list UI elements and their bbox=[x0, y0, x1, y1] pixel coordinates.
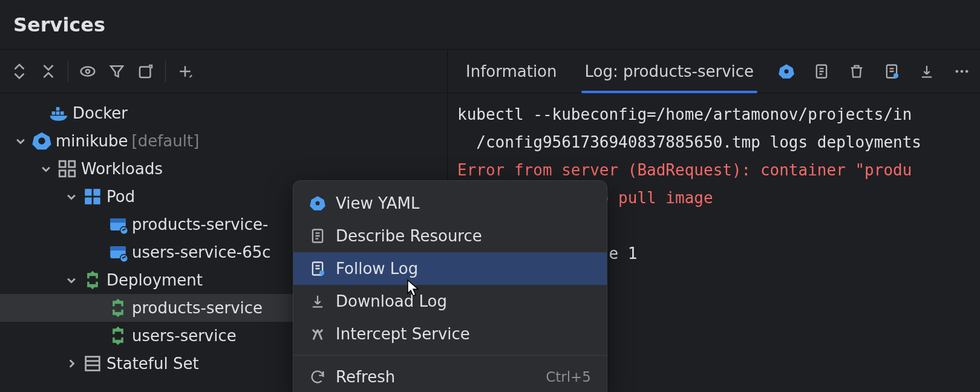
tree-label: Deployment bbox=[106, 271, 203, 289]
log-line: kubectl --kubeconfig=/home/artamonov/pro… bbox=[457, 105, 912, 123]
log-line: /config9561736940837885650.tmp logs depl… bbox=[457, 133, 921, 151]
ctx-label: Intercept Service bbox=[336, 325, 470, 343]
deployment-icon bbox=[108, 298, 128, 318]
toolbar-separator bbox=[165, 60, 166, 82]
download-log-button[interactable] bbox=[915, 59, 939, 83]
tab-label: Log: products-service bbox=[585, 62, 754, 80]
document-icon bbox=[309, 227, 326, 244]
svg-rect-5 bbox=[60, 111, 64, 115]
svg-point-1 bbox=[86, 69, 90, 73]
tree-item-minikube[interactable]: minikube [default] bbox=[0, 127, 447, 155]
svg-rect-15 bbox=[85, 197, 91, 204]
ctx-follow-log[interactable]: Follow Log bbox=[293, 252, 607, 285]
deployment-icon bbox=[108, 325, 128, 346]
tree-label: Stateful Set bbox=[106, 354, 199, 373]
expand-all-button[interactable] bbox=[6, 58, 33, 85]
svg-point-19 bbox=[120, 227, 128, 235]
download-icon bbox=[309, 293, 326, 310]
tree-label: users-service-65c bbox=[132, 243, 271, 261]
deployment-icon bbox=[82, 270, 103, 290]
add-button[interactable] bbox=[172, 58, 198, 85]
ctx-label: Download Log bbox=[336, 292, 447, 310]
tab-log[interactable]: Log: products-service bbox=[585, 50, 754, 93]
ctx-label: Refresh bbox=[336, 368, 395, 386]
ctx-separator bbox=[293, 355, 607, 356]
tree-label: Pod bbox=[106, 188, 135, 206]
statefulset-icon bbox=[82, 353, 103, 374]
svg-rect-23 bbox=[86, 357, 100, 371]
ctx-view-yaml[interactable]: View YAML bbox=[298, 187, 602, 220]
view-yaml-button[interactable] bbox=[774, 59, 799, 83]
chevron-down-icon[interactable] bbox=[12, 132, 29, 149]
workloads-icon bbox=[57, 158, 77, 179]
tree-toolbar bbox=[0, 50, 447, 93]
more-button[interactable] bbox=[950, 59, 974, 83]
tree-label: Workloads bbox=[81, 160, 163, 178]
docker-icon bbox=[48, 103, 69, 123]
svg-point-30 bbox=[961, 70, 964, 73]
ctx-describe[interactable]: Describe Resource bbox=[298, 220, 602, 252]
tree-label: products-service bbox=[132, 299, 263, 317]
svg-point-36 bbox=[319, 270, 324, 275]
detail-header: Information Log: products-service bbox=[448, 50, 980, 93]
tree-label: minikube bbox=[56, 132, 128, 150]
svg-rect-18 bbox=[110, 218, 126, 223]
ctx-label: View YAML bbox=[336, 194, 420, 212]
svg-point-29 bbox=[956, 70, 959, 73]
follow-log-button[interactable] bbox=[880, 59, 904, 83]
open-in-editor-button[interactable] bbox=[132, 58, 159, 85]
delete-button[interactable] bbox=[844, 59, 869, 83]
tab-information[interactable]: Information bbox=[466, 50, 557, 93]
log-error-line: Error from server (BadRequest): containe… bbox=[457, 161, 912, 179]
svg-rect-16 bbox=[93, 197, 100, 204]
svg-rect-6 bbox=[56, 107, 60, 111]
follow-log-icon bbox=[309, 260, 326, 277]
ctx-download-log[interactable]: Download Log bbox=[298, 285, 602, 318]
filter-button[interactable] bbox=[103, 58, 130, 85]
svg-rect-21 bbox=[110, 246, 126, 250]
chevron-right-icon[interactable] bbox=[63, 355, 80, 372]
window-title: Services bbox=[13, 13, 105, 36]
ctx-label: Describe Resource bbox=[336, 227, 482, 245]
tree-label: users-service bbox=[132, 327, 237, 345]
svg-rect-10 bbox=[69, 161, 75, 167]
ctx-intercept[interactable]: Intercept Service bbox=[298, 318, 602, 350]
show-icon[interactable] bbox=[74, 58, 101, 85]
detail-tabs: Information Log: products-service bbox=[448, 50, 754, 93]
ctx-label: Follow Log bbox=[336, 260, 418, 278]
describe-button[interactable] bbox=[809, 59, 834, 83]
svg-rect-14 bbox=[93, 189, 100, 195]
ctx-shortcut: Ctrl+5 bbox=[546, 369, 591, 385]
kubernetes-icon bbox=[31, 131, 52, 151]
chevron-down-icon[interactable] bbox=[38, 160, 54, 177]
svg-rect-3 bbox=[52, 111, 56, 115]
svg-point-31 bbox=[965, 70, 969, 73]
svg-point-33 bbox=[316, 201, 320, 206]
tree-item-workloads[interactable]: Workloads bbox=[0, 155, 447, 183]
tab-label: Information bbox=[466, 62, 557, 80]
tree-suffix: [default] bbox=[132, 132, 200, 150]
svg-rect-12 bbox=[69, 171, 75, 177]
svg-point-22 bbox=[120, 255, 128, 263]
intercept-icon bbox=[309, 325, 326, 342]
tree-label: Docker bbox=[73, 104, 128, 122]
tree-label: products-service- bbox=[132, 215, 268, 234]
svg-point-0 bbox=[81, 67, 95, 76]
chevron-down-icon[interactable] bbox=[63, 188, 80, 205]
pod-icon bbox=[82, 186, 103, 207]
svg-point-25 bbox=[785, 69, 789, 73]
detail-actions bbox=[774, 59, 980, 83]
svg-point-8 bbox=[38, 137, 45, 144]
ctx-refresh[interactable]: Refresh Ctrl+5 bbox=[298, 361, 602, 392]
svg-rect-9 bbox=[59, 161, 65, 167]
svg-rect-2 bbox=[140, 67, 151, 77]
collapse-all-button[interactable] bbox=[35, 58, 62, 85]
svg-rect-11 bbox=[59, 171, 65, 177]
chevron-down-icon[interactable] bbox=[63, 272, 80, 289]
kubernetes-icon bbox=[309, 195, 326, 212]
toolbar-separator bbox=[68, 60, 68, 82]
refresh-icon bbox=[309, 368, 326, 385]
svg-rect-4 bbox=[56, 111, 60, 115]
tree-item-docker[interactable]: Docker bbox=[0, 99, 447, 127]
context-menu[interactable]: View YAML Describe Resource Follow Log D… bbox=[293, 180, 607, 392]
